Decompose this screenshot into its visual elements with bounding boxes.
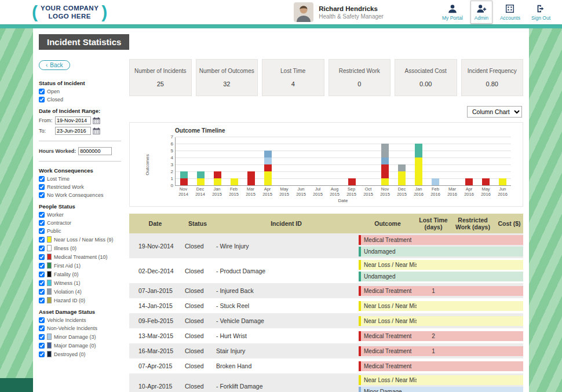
bar-segment-near-loss-near-miss	[214, 178, 221, 185]
table-row[interactable]: 09-Feb-2015Closed- Vehicle DamageNear Lo…	[129, 313, 523, 328]
filter-item-worker[interactable]: Worker	[39, 212, 121, 218]
checkbox[interactable]	[39, 343, 45, 349]
checkbox[interactable]	[39, 184, 45, 190]
filter-item-open[interactable]: Open	[39, 89, 121, 94]
nav-my-portal[interactable]: My Portal	[439, 1, 466, 23]
table-row[interactable]: 07-Apr-2015ClosedBroken HandMedical Trea…	[129, 358, 523, 373]
filter-item-first-aid-1[interactable]: First Aid (1)	[39, 262, 121, 269]
x-tick-label: Dec2015	[393, 187, 410, 197]
filter-item-restricted-work[interactable]: Restricted Work	[39, 184, 121, 190]
table-row[interactable]: 07-Jan-2015Closed- Injured BackMedical T…	[129, 283, 523, 298]
date-to-input[interactable]	[55, 127, 91, 135]
chart-column-dec-2014	[192, 137, 209, 185]
filter-item-lost-time[interactable]: Lost Time	[39, 176, 121, 182]
filter-label: Illness (0)	[54, 246, 76, 251]
back-button[interactable]: ‹ Back	[39, 60, 70, 70]
filter-item-major-damage-0[interactable]: Major Damage (0)	[39, 342, 121, 349]
filter-label: Closed	[47, 97, 63, 102]
filter-item-non-vehicle-incidents[interactable]: Non-Vehicle Incidents	[39, 325, 121, 331]
checkbox[interactable]	[39, 220, 45, 226]
chart-column-dec-2015	[393, 137, 410, 185]
row-incident-id: - Vehicle Damage	[214, 317, 359, 324]
table-row[interactable]: 19-Nov-2014Closed- Wire InjuryMedical Tr…	[129, 233, 523, 258]
checkbox[interactable]	[39, 176, 45, 182]
checkbox[interactable]	[39, 272, 45, 277]
filter-item-illness-0[interactable]: Illness (0)	[39, 245, 121, 251]
filter-label: Worker	[47, 212, 64, 218]
row-status: Closed	[181, 287, 214, 294]
bar-segment-violation	[398, 164, 406, 171]
outcome-stripe-minor: Minor Damage	[359, 387, 523, 392]
checkbox[interactable]	[39, 228, 45, 234]
bar-segment-medical-treatment	[381, 164, 389, 178]
filter-label: Witness (1)	[54, 280, 81, 286]
nav-accounts[interactable]: Accounts	[497, 1, 524, 23]
row-status: Closed	[181, 317, 214, 324]
filter-item-violation-4[interactable]: Violation (4)	[39, 288, 121, 295]
x-tick-label: Jul2015	[309, 187, 326, 197]
stat-label: Number of Outcomes	[199, 68, 254, 74]
table-row[interactable]: 13-Mar-2015Closed- Hurt WristMedical Tre…	[129, 328, 523, 343]
nav-admin[interactable]: Admin	[470, 1, 492, 24]
table-row[interactable]: 16-Mar-2015ClosedStair InjuryMedical Tre…	[129, 343, 523, 358]
checkbox[interactable]	[39, 325, 45, 331]
filter-item-witness-1[interactable]: Witness (1)	[39, 280, 121, 286]
avatar	[294, 2, 313, 22]
filter-item-closed[interactable]: Closed	[39, 97, 121, 102]
bar-stack	[398, 164, 406, 185]
x-tick-label: Jun2015	[293, 187, 309, 197]
bar-stack	[348, 178, 356, 185]
filter-label: Non-Vehicle Incidents	[47, 325, 97, 331]
table-row[interactable]: 14-Jan-2015Closed- Stuck ReelNear Loss /…	[129, 298, 523, 313]
filter-item-medical-treatment-10[interactable]: Medical Treatment (10)	[39, 254, 121, 260]
x-tick-label: Mar2015	[242, 187, 259, 197]
row-outcomes: Near Loss / Near Miss	[359, 299, 523, 313]
checkbox[interactable]	[39, 289, 45, 295]
bar-stack	[214, 171, 221, 185]
checkbox[interactable]	[39, 212, 45, 218]
bar-segment-undamaged	[415, 144, 422, 157]
chart-column-oct-2015	[360, 137, 377, 185]
table-row[interactable]: 02-Dec-2014Closed- Product DamageNear Lo…	[129, 258, 523, 283]
checkbox[interactable]	[39, 246, 45, 251]
chart-type-select[interactable]: Column Chart	[467, 106, 522, 118]
outcome-label: Near Loss / Near Miss	[361, 318, 417, 324]
checkbox[interactable]	[39, 192, 45, 198]
filter-item-near-loss-near-miss-9[interactable]: Near Loss / Near Miss (9)	[39, 236, 121, 243]
filter-item-destroyed-0[interactable]: Destroyed (0)	[39, 351, 121, 357]
filter-item-minor-damage-3[interactable]: Minor Damage (3)	[39, 334, 121, 340]
checkbox[interactable]	[39, 263, 45, 269]
outcome-label: Medical Treatment	[361, 348, 417, 354]
legend-color-chip	[47, 236, 52, 243]
date-from-input[interactable]	[55, 116, 91, 124]
calendar-icon[interactable]	[93, 117, 100, 124]
filter-item-contractor[interactable]: Contractor	[39, 220, 121, 226]
checkbox[interactable]	[39, 351, 45, 357]
logo-paren-right: )	[101, 3, 107, 21]
filter-item-public[interactable]: Public	[39, 228, 121, 234]
filter-item-hazard-id-0[interactable]: Hazard ID (0)	[39, 297, 121, 303]
bar-stack	[465, 178, 473, 185]
hours-worked-input[interactable]	[78, 147, 112, 155]
checkbox[interactable]	[39, 280, 45, 286]
date-from-label: From:	[39, 118, 53, 123]
bar-stack	[264, 151, 272, 185]
x-tick-label: Nov2015	[377, 187, 393, 197]
checkbox[interactable]	[39, 298, 45, 303]
checkbox[interactable]	[39, 89, 45, 94]
filter-item-vehicle-incidents[interactable]: Vehicle Incidents	[39, 317, 121, 323]
checkbox[interactable]	[39, 334, 45, 340]
summary-stats-row: Number of Incidents25Number of Outcomes3…	[129, 59, 523, 96]
checkbox[interactable]	[39, 97, 45, 102]
filter-item-fatality-0[interactable]: Fatality (0)	[39, 271, 121, 277]
y-tick-label: 0	[166, 183, 173, 188]
table-header-cost: Cost ($)	[495, 219, 523, 229]
checkbox[interactable]	[39, 237, 45, 243]
x-tick-label: Jun2016	[494, 187, 511, 197]
checkbox[interactable]	[39, 317, 45, 323]
checkbox[interactable]	[39, 254, 45, 260]
table-row[interactable]: 10-Apr-2015Closed- Forklift DamageNear L…	[129, 373, 523, 392]
calendar-icon[interactable]	[93, 127, 100, 135]
nav-sign-out[interactable]: Sign Out	[528, 1, 554, 23]
filter-item-no-work-consequences[interactable]: No Work Consequences	[39, 192, 121, 198]
